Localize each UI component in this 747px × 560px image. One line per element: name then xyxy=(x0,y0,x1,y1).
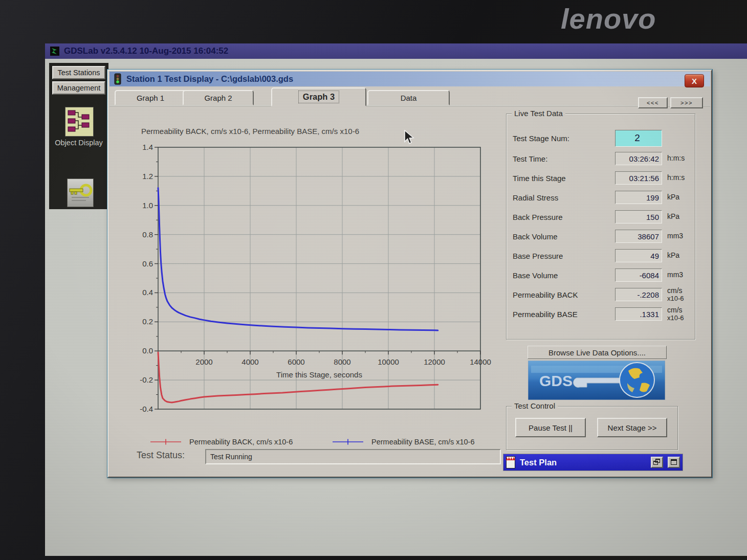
live-data-label: Back Volume xyxy=(513,232,615,241)
tab-content-graph3: Permeability BACK, cm/s x10-6, Permeabil… xyxy=(109,106,710,476)
live-data-row: Back Pressure150kPa xyxy=(513,207,692,227)
chart-svg: 2000400060008000100001200014000Time this… xyxy=(123,142,502,421)
live-data-row: Back Volume38607mm3 xyxy=(513,227,692,246)
monitor-screen: GDSLab v2.5.4.12 10-Aug-2015 16:04:52 Te… xyxy=(45,43,747,556)
test-control-group: Test Control Pause Test || Next Stage >> xyxy=(506,406,678,450)
live-data-row: Base Pressure49kPa xyxy=(513,246,692,265)
gds-logo-text-node: GDS xyxy=(539,372,573,389)
svg-text:Time this Stage, seconds: Time this Stage, seconds xyxy=(276,370,362,379)
live-data-value: 03:26:42 xyxy=(615,152,662,165)
live-data-row: Time this Stage03:21:56h:m:s xyxy=(513,168,692,188)
live-data-row: Test Stage Num:2 xyxy=(513,127,692,149)
legend-label-back: Permeability BACK, cm/s x10-6 xyxy=(189,438,293,446)
live-data-value: 150 xyxy=(615,210,662,223)
tab-graph-2[interactable]: Graph 2 xyxy=(183,90,254,105)
next-stage-button[interactable]: Next Stage >> xyxy=(597,418,667,437)
svg-text:1.2: 1.2 xyxy=(142,172,153,181)
legend-item-back: Permeability BACK, cm/s x10-6 xyxy=(150,438,293,446)
close-button[interactable]: X xyxy=(685,74,704,87)
live-data-label: Permeability BACK xyxy=(513,290,615,299)
gdslab-app-icon xyxy=(50,47,59,56)
gds-logo-banner: GDS xyxy=(528,361,665,400)
tab-label: Data xyxy=(401,94,417,102)
sidebar-button-test-stations[interactable]: Test Stations xyxy=(52,66,105,79)
maximize-button[interactable] xyxy=(668,457,680,468)
test-plan-titlebar[interactable]: Test Plan xyxy=(503,454,683,471)
live-data-label: Test Time: xyxy=(513,154,615,163)
svg-text:1.4: 1.4 xyxy=(142,143,153,151)
live-data-value: -6084 xyxy=(615,268,662,282)
live-data-unit: h:m:s xyxy=(662,174,692,182)
live-data-row: Base Volume-6084mm3 xyxy=(513,265,692,285)
live-test-data-group: Live Test Data Test Stage Num:2Test Time… xyxy=(506,114,695,340)
live-data-row: Permeability BACK-.2208cm/sx10-6 xyxy=(513,285,692,304)
live-data-row: Radial Stress199kPa xyxy=(513,188,692,207)
lenovo-logo: lenovo xyxy=(561,2,656,35)
live-data-unit: mm3 xyxy=(662,232,692,240)
sidebar-button-management[interactable]: Management xyxy=(52,81,105,95)
live-data-value: 2 xyxy=(615,130,662,147)
live-data-label: Permeability BASE xyxy=(513,310,615,319)
live-data-unit: h:m:s xyxy=(662,154,692,162)
tab-graph-3[interactable]: Graph 3 xyxy=(271,87,366,106)
security-label: Security xyxy=(49,210,108,218)
svg-text:4000: 4000 xyxy=(241,357,258,366)
live-data-unit: kPa xyxy=(662,252,692,259)
live-data-unit: mm3 xyxy=(662,271,692,279)
svg-text:10000: 10000 xyxy=(378,357,399,366)
live-data-unit: cm/sx10-6 xyxy=(662,287,692,302)
pause-test-button[interactable]: Pause Test || xyxy=(515,418,586,437)
live-data-value: .1331 xyxy=(615,307,662,321)
test-plan-notebook-icon xyxy=(506,456,515,468)
live-data-value: 38607 xyxy=(615,230,662,243)
tab-label: Graph 2 xyxy=(204,94,232,102)
svg-text:-0.2: -0.2 xyxy=(140,375,153,384)
live-data-value: -.2208 xyxy=(615,288,662,301)
live-data-label: Base Volume xyxy=(513,271,615,280)
legend-marker-back xyxy=(150,438,181,445)
station-window-title: Station 1 Test Display - C:\gdslab\003.g… xyxy=(126,74,293,84)
legend-item-base: Permeability BASE, cm/s x10-6 xyxy=(333,438,474,446)
live-data-label: Test Stage Num: xyxy=(513,134,615,143)
object-display-icon[interactable] xyxy=(65,107,94,137)
live-data-value: 199 xyxy=(615,191,662,204)
live-test-data-title: Live Test Data xyxy=(512,109,565,118)
object-display-label: Object Display xyxy=(49,139,108,147)
live-data-row: Test Time:03:26:42h:m:s xyxy=(513,149,692,168)
restore-button[interactable] xyxy=(651,457,663,468)
test-status-label: Test Status: xyxy=(137,450,185,461)
security-icon[interactable] xyxy=(67,178,94,207)
test-status-field[interactable]: Test Running xyxy=(205,449,501,464)
live-test-data-rows: Test Stage Num:2Test Time:03:26:42h:m:sT… xyxy=(513,127,692,324)
svg-text:0.2: 0.2 xyxy=(142,317,153,326)
test-plan-title: Test Plan xyxy=(520,458,646,467)
legend-marker-base xyxy=(333,438,363,445)
tab-data[interactable]: Data xyxy=(367,90,450,105)
live-data-label: Back Pressure xyxy=(513,213,615,221)
live-data-label: Radial Stress xyxy=(513,193,615,202)
svg-text:0.4: 0.4 xyxy=(142,288,153,297)
live-data-label: Time this Stage xyxy=(513,174,615,183)
svg-text:12000: 12000 xyxy=(424,357,445,366)
chart-title: Permeability BACK, cm/s x10-6, Permeabil… xyxy=(141,127,359,136)
traffic-light-icon xyxy=(114,73,122,85)
tab-graph-1[interactable]: Graph 1 xyxy=(115,90,186,105)
app-titlebar: GDSLab v2.5.4.12 10-Aug-2015 16:04:52 xyxy=(45,43,747,59)
live-data-label: Base Pressure xyxy=(513,252,615,260)
tabstrip-baseline xyxy=(109,105,710,106)
legend-label-base: Permeability BASE, cm/s x10-6 xyxy=(371,438,474,446)
svg-text:2000: 2000 xyxy=(195,357,212,366)
browse-live-data-options-button[interactable]: Browse Live Data Options.... xyxy=(528,346,667,359)
tab-label: Graph 3 xyxy=(298,91,339,103)
station-window-titlebar[interactable]: Station 1 Test Display - C:\gdslab\003.g… xyxy=(109,72,710,86)
page-next-button[interactable]: >>> xyxy=(670,97,703,108)
page-prev-button[interactable]: <<< xyxy=(638,97,668,108)
mouse-cursor xyxy=(404,130,415,146)
tab-label: Graph 1 xyxy=(137,94,164,102)
app-title: GDSLab v2.5.4.12 10-Aug-2015 16:04:52 xyxy=(64,46,228,56)
sidebar: Test Stations Management Object Display xyxy=(49,63,108,209)
svg-text:-0.4: -0.4 xyxy=(140,405,153,413)
svg-text:0.0: 0.0 xyxy=(142,346,153,355)
svg-text:1.0: 1.0 xyxy=(142,201,153,210)
test-control-title: Test Control xyxy=(512,401,558,410)
